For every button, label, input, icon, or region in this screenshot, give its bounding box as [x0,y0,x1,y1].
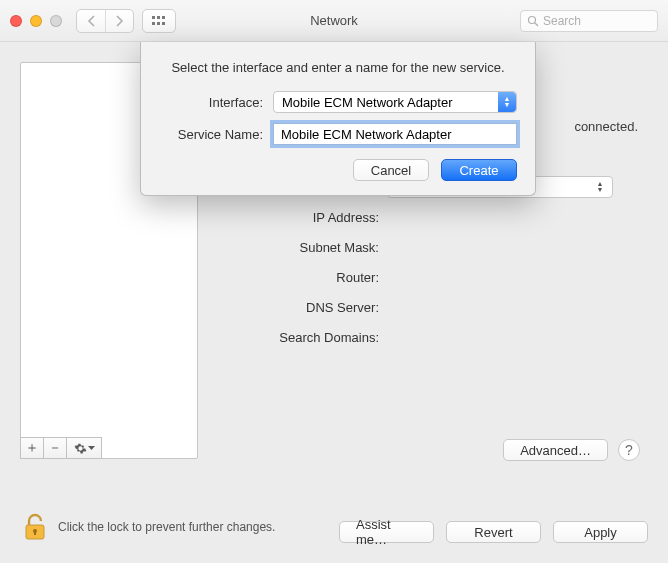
lock-text: Click the lock to prevent further change… [58,520,275,534]
svg-rect-0 [152,16,155,19]
svg-rect-5 [162,22,165,25]
service-actions-button[interactable] [66,437,102,459]
interface-label: Interface: [159,95,273,110]
help-button[interactable]: ? [618,439,640,461]
svg-point-6 [529,16,536,23]
assist-me-button[interactable]: Assist me… [339,521,434,543]
services-list-toolbar: ＋ － [20,437,101,459]
search-placeholder: Search [543,14,581,28]
search-field[interactable]: Search [520,10,658,32]
select-stepper-icon: ▲▼ [498,92,516,112]
window-title: Network [310,13,358,28]
advanced-button[interactable]: Advanced… [503,439,608,461]
new-service-sheet: Select the interface and enter a name fo… [140,42,536,196]
create-button[interactable]: Create [441,159,517,181]
dns-server-label: DNS Server: [210,300,387,315]
search-domains-label: Search Domains: [210,330,387,345]
svg-rect-1 [157,16,160,19]
back-button[interactable] [77,10,105,32]
nav-button-group [76,9,134,33]
sheet-prompt: Select the interface and enter a name fo… [159,60,517,75]
forward-button[interactable] [105,10,133,32]
window-titlebar: Network Search [0,0,668,42]
lock-icon[interactable] [22,512,48,541]
service-name-label: Service Name: [159,127,273,142]
gear-icon [74,442,87,455]
bottom-button-row: Assist me… Revert Apply [339,521,648,543]
svg-rect-2 [162,16,165,19]
status-text-fragment: connected. [574,119,638,134]
svg-rect-4 [157,22,160,25]
apply-button[interactable]: Apply [553,521,648,543]
interface-select[interactable]: Mobile ECM Network Adapter ▲▼ [273,91,517,113]
close-window-button[interactable] [10,15,22,27]
traffic-lights [10,15,62,27]
select-stepper-icon: ▲▼ [592,179,608,195]
revert-button[interactable]: Revert [446,521,541,543]
chevron-down-icon [88,446,95,451]
subnet-mask-label: Subnet Mask: [210,240,387,255]
ip-address-label: IP Address: [210,210,387,225]
show-all-button[interactable] [142,9,176,33]
search-icon [527,15,539,27]
cancel-button[interactable]: Cancel [353,159,429,181]
service-name-input[interactable] [273,123,517,145]
router-label: Router: [210,270,387,285]
svg-rect-3 [152,22,155,25]
svg-line-7 [535,23,538,26]
zoom-window-button[interactable] [50,15,62,27]
add-service-button[interactable]: ＋ [20,437,44,459]
minimize-window-button[interactable] [30,15,42,27]
preferences-content: ＋ － connected. Configure IPv4: Using DHC… [0,42,668,563]
lock-row: Click the lock to prevent further change… [22,512,275,541]
remove-service-button[interactable]: － [43,437,67,459]
interface-select-value: Mobile ECM Network Adapter [282,95,453,110]
svg-rect-10 [34,531,36,535]
